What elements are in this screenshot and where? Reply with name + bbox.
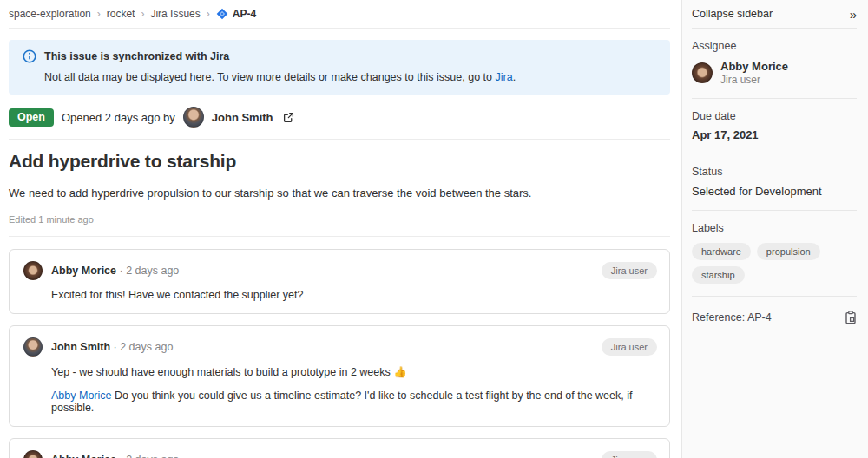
divider xyxy=(9,139,670,140)
comment-header: John Smith · 2 days ago Jira user xyxy=(23,337,657,357)
label-badge[interactable]: propulsion xyxy=(757,243,820,260)
due-date-value: Apr 17, 2021 xyxy=(692,128,857,141)
assignee-row: Abby Morice Jira user xyxy=(692,60,857,86)
status-label: Status xyxy=(692,166,857,178)
comment-timestamp: · 2 days ago xyxy=(114,341,174,353)
breadcrumb-link[interactable]: space-exploration xyxy=(9,8,91,20)
commenter-name[interactable]: Abby Morice xyxy=(51,454,116,458)
banner-body-suffix: . xyxy=(513,71,516,83)
breadcrumb-link[interactable]: Jira Issues xyxy=(150,8,200,20)
banner-title: This issue is synchronized with Jira xyxy=(44,50,229,62)
comment-paragraph: Abby Morice Do you think you could give … xyxy=(51,389,657,414)
collapse-sidebar-button[interactable]: Collapse sidebar » xyxy=(692,0,857,29)
comment-header: Abby Morice · 2 days ago Jira user xyxy=(23,261,657,280)
jira-user-badge: Jira user xyxy=(602,262,657,279)
breadcrumb: space-exploration›rocket›Jira Issues› AP… xyxy=(9,0,670,29)
reference-row: Reference: AP-4 xyxy=(692,297,857,338)
reference-text: Reference: AP-4 xyxy=(692,311,772,324)
assignee-section: Assignee Abby Morice Jira user xyxy=(692,29,857,99)
comment-meta: Abby Morice · 2 days ago xyxy=(51,454,593,458)
issue-status-row: Open Opened 2 days ago by John Smith xyxy=(9,107,670,128)
issue-description: We need to add hyperdrive propulsion to … xyxy=(9,186,670,200)
jira-icon xyxy=(216,8,228,20)
commenter-name[interactable]: Abby Morice xyxy=(51,265,116,277)
commenter-avatar[interactable] xyxy=(23,337,43,357)
jira-sync-banner: This issue is synchronized with Jira Not… xyxy=(9,40,670,95)
jira-user-badge: Jira user xyxy=(602,338,657,356)
jira-user-badge: Jira user xyxy=(602,451,657,458)
breadcrumb-current: AP-4 xyxy=(216,8,256,20)
comment-header: Abby Morice · 2 days ago Jira user xyxy=(23,450,657,458)
jira-link[interactable]: Jira xyxy=(496,71,513,83)
commenter-avatar[interactable] xyxy=(23,261,43,280)
label-badge[interactable]: starship xyxy=(692,266,745,284)
comment-timestamp: · 2 days ago xyxy=(120,454,180,458)
author-name[interactable]: John Smith xyxy=(212,111,273,124)
breadcrumb-separator: › xyxy=(141,8,144,20)
collapse-chevrons-icon: » xyxy=(850,8,857,21)
banner-body-text: Not all data may be displayed here. To v… xyxy=(44,71,496,83)
comment-meta: John Smith · 2 days ago xyxy=(51,341,593,353)
breadcrumb-separator: › xyxy=(207,8,210,20)
right-sidebar: Collapse sidebar » Assignee Abby Morice … xyxy=(681,0,868,458)
copy-reference-icon[interactable] xyxy=(845,311,857,324)
due-date-label: Due date xyxy=(692,110,857,122)
breadcrumb-separator: › xyxy=(97,8,101,20)
user-mention-link[interactable]: Abby Morice xyxy=(51,389,111,402)
assignee-avatar[interactable] xyxy=(692,62,713,83)
assignee-name: Abby Morice xyxy=(720,60,788,73)
issue-title: Add hyperdrive to starship xyxy=(9,151,670,172)
external-link-icon[interactable] xyxy=(283,112,294,123)
assignee-subtitle: Jira user xyxy=(720,74,788,86)
comment-timestamp: · 2 days ago xyxy=(120,265,180,277)
banner-title-row: This issue is synchronized with Jira xyxy=(23,49,656,63)
comment-body: Excited for this! Have we contacted the … xyxy=(51,289,657,301)
label-badge[interactable]: hardware xyxy=(692,243,751,260)
main-content: space-exploration›rocket›Jira Issues› AP… xyxy=(0,0,681,458)
collapse-sidebar-label: Collapse sidebar xyxy=(692,8,773,20)
opened-text: Opened 2 days ago by xyxy=(62,111,175,124)
author-avatar[interactable] xyxy=(183,107,204,128)
commenter-avatar[interactable] xyxy=(23,450,43,458)
comment-paragraph: Yep - we should have enough materials to… xyxy=(51,365,657,378)
edited-timestamp: Edited 1 minute ago xyxy=(9,214,670,225)
comment-meta: Abby Morice · 2 days ago xyxy=(51,265,593,277)
comment-body: Yep - we should have enough materials to… xyxy=(51,365,657,414)
comment-card: Abby Morice · 2 days ago Jira user John … xyxy=(9,438,670,458)
comment-card: Abby Morice · 2 days ago Jira user Excit… xyxy=(9,249,670,314)
labels-label: Labels xyxy=(692,222,857,234)
status-section: Status Selected for Development xyxy=(692,154,857,211)
commenter-name[interactable]: John Smith xyxy=(51,341,110,353)
info-icon xyxy=(23,49,36,63)
breadcrumb-current-label[interactable]: AP-4 xyxy=(233,8,256,20)
comment-list: Abby Morice · 2 days ago Jira user Excit… xyxy=(9,249,670,458)
comment-card: John Smith · 2 days ago Jira user Yep - … xyxy=(9,325,670,427)
label-pills: hardwarepropulsionstarship xyxy=(692,243,857,284)
labels-section: Labels hardwarepropulsionstarship xyxy=(692,211,857,297)
breadcrumb-items: space-exploration›rocket›Jira Issues› xyxy=(9,8,210,20)
assignee-info: Abby Morice Jira user xyxy=(720,60,788,86)
open-status-badge[interactable]: Open xyxy=(9,108,54,127)
banner-body: Not all data may be displayed here. To v… xyxy=(44,71,656,83)
comment-paragraph: Excited for this! Have we contacted the … xyxy=(51,289,657,301)
divider xyxy=(9,236,670,237)
assignee-label: Assignee xyxy=(692,40,857,52)
due-date-section: Due date Apr 17, 2021 xyxy=(692,99,857,154)
breadcrumb-link[interactable]: rocket xyxy=(107,8,135,20)
status-value: Selected for Development xyxy=(692,185,857,198)
